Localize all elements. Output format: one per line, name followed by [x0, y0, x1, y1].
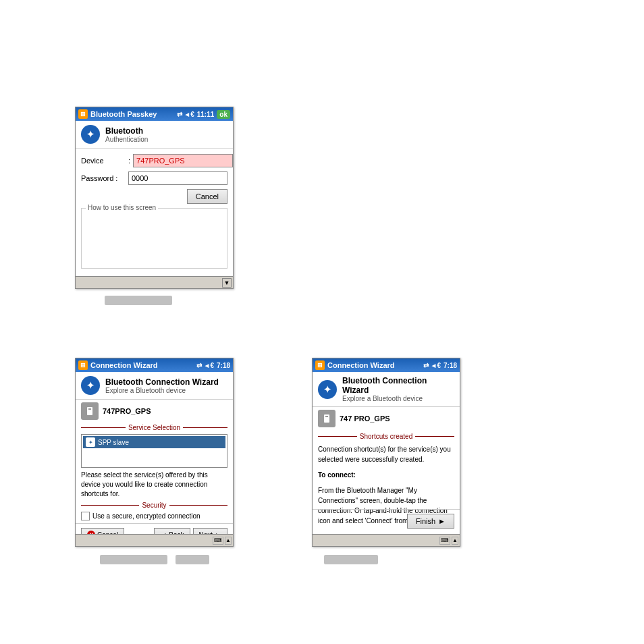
wizard1-device-name: 747PRO_GPS — [103, 407, 151, 415]
wizard1-header: ✦ Bluetooth Connection Wizard Explore a … — [76, 372, 233, 400]
device-colon: : — [128, 157, 130, 165]
wizard2-header-title: Bluetooth Connection Wizard — [342, 376, 454, 395]
bluetooth-icon-3: ✦ — [318, 380, 337, 399]
passkey-header-subtitle: Authentication — [105, 136, 148, 143]
svg-rect-3 — [325, 416, 328, 417]
wizard2-bottom-bar: ⌨ ▲ — [313, 534, 460, 546]
finish-icon: ► — [438, 517, 446, 525]
wizard1-title: Connection Wizard — [90, 361, 158, 369]
time-display: 11:11 — [197, 111, 215, 118]
taskbar-2a — [100, 555, 167, 564]
taskbar-1 — [105, 296, 172, 305]
device-row: Device : — [81, 154, 227, 167]
cancel-button[interactable]: Cancel — [187, 189, 227, 204]
keyboard-icon-2[interactable]: ⌨ — [439, 537, 450, 545]
service-selection-section: Service Selection ✦ SPP slave — [81, 424, 227, 468]
security-checkbox-row: Use a secure, encrypted connection — [81, 512, 227, 520]
how-to-section: How to use this screen — [81, 208, 227, 269]
wizard1-time: 7:18 — [217, 362, 230, 369]
how-to-label: How to use this screen — [86, 204, 158, 211]
signal-icons: ⇄ ◄€ — [177, 111, 194, 118]
scroll-arrow[interactable]: ▼ — [222, 278, 232, 288]
device-icon-1 — [81, 402, 99, 420]
scroll-up-1[interactable]: ▲ — [225, 537, 232, 545]
password-label: Password : — [81, 174, 128, 182]
wizard2-title-bar: ⊞ Connection Wizard ⇄ ◄€ 7:18 — [313, 358, 460, 372]
windows-icon-2: ⊞ — [78, 360, 88, 370]
security-section: Security Use a secure, encrypted connect… — [81, 502, 227, 520]
taskbar-2b — [176, 555, 209, 564]
service-item-label: SPP slave — [98, 439, 129, 446]
passkey-header-text: Bluetooth Authentication — [105, 126, 148, 143]
passkey-title: Bluetooth Passkey — [90, 110, 157, 118]
wizard1-signal: ⇄ ◄€ — [196, 362, 214, 369]
svg-rect-1 — [88, 408, 91, 410]
passkey-header-title: Bluetooth — [105, 126, 148, 136]
passkey-bottom-bar: ▼ — [76, 276, 233, 288]
service-item-spp[interactable]: ✦ SPP slave — [83, 436, 225, 448]
bluetooth-passkey-window: ⊞ Bluetooth Passkey ⇄ ◄€ 11:11 ok ✦ Blue… — [75, 107, 234, 289]
wizard1-header-subtitle: Explore a Bluetooth device — [105, 387, 219, 394]
wizard1-status: ⇄ ◄€ 7:18 — [196, 362, 230, 369]
taskbar-3 — [324, 555, 378, 564]
ok-badge[interactable]: ok — [217, 110, 230, 119]
keyboard-icon-1[interactable]: ⌨ — [213, 537, 223, 545]
wizard2-device-row: 747 PRO_GPS — [313, 407, 460, 430]
password-input[interactable] — [128, 171, 227, 185]
wizard2-status: ⇄ ◄€ 7:18 — [423, 362, 457, 369]
wizard2-signal: ⇄ ◄€ — [423, 362, 441, 369]
security-checkbox[interactable] — [81, 512, 90, 520]
service-list[interactable]: ✦ SPP slave — [81, 434, 227, 468]
passkey-header: ✦ Bluetooth Authentication — [76, 121, 233, 149]
wizard1-title-bar: ⊞ Connection Wizard ⇄ ◄€ 7:18 — [76, 358, 233, 372]
wizard1-header-text: Bluetooth Connection Wizard Explore a Bl… — [105, 377, 219, 394]
wizard1-header-title: Bluetooth Connection Wizard — [105, 377, 219, 387]
bluetooth-icon: ✦ — [81, 125, 100, 144]
service-description: Please select the service(s) offered by … — [81, 471, 227, 499]
wizard2-time: 7:18 — [444, 362, 457, 369]
wizard2-header: ✦ Bluetooth Connection Wizard Explore a … — [313, 372, 460, 407]
service-selection-title: Service Selection — [81, 424, 227, 431]
device-icon-2 — [318, 410, 336, 427]
wizard1-bottom-bar: ⌨ ▲ — [76, 534, 233, 546]
finish-btn-row: Finish ► — [313, 509, 460, 533]
service-item-icon: ✦ — [86, 437, 95, 447]
wizard2-title: Connection Wizard — [327, 361, 395, 369]
shortcuts-text-1: Connection shortcut(s) for the service(s… — [318, 444, 454, 464]
wizard2-header-text: Bluetooth Connection Wizard Explore a Bl… — [342, 376, 454, 402]
windows-icon: ⊞ — [78, 109, 88, 119]
device-label: Device — [81, 157, 128, 165]
bluetooth-icon-2: ✦ — [81, 376, 100, 395]
svg-rect-2 — [324, 414, 329, 423]
scroll-up-2[interactable]: ▲ — [452, 537, 458, 545]
wizard2-header-subtitle: Explore a Bluetooth device — [342, 395, 454, 402]
shortcuts-text-2: To connect: — [318, 470, 454, 480]
security-checkbox-label: Use a secure, encrypted connection — [92, 512, 200, 520]
device-input[interactable] — [133, 154, 233, 167]
wizard2-device-name: 747 PRO_GPS — [340, 414, 390, 423]
shortcuts-title: Shortcuts created — [318, 433, 454, 440]
wizard1-device-row: 747PRO_GPS — [76, 400, 233, 423]
security-title: Security — [81, 502, 227, 509]
password-row: Password : — [81, 171, 227, 185]
windows-icon-3: ⊞ — [315, 360, 325, 370]
connection-wizard-1-window: ⊞ Connection Wizard ⇄ ◄€ 7:18 ✦ Bluetoot… — [75, 358, 234, 547]
passkey-status: ⇄ ◄€ 11:11 ok — [177, 110, 231, 119]
finish-button[interactable]: Finish ► — [407, 514, 454, 529]
svg-rect-0 — [87, 407, 92, 415]
passkey-title-bar: ⊞ Bluetooth Passkey ⇄ ◄€ 11:11 ok — [76, 107, 233, 121]
passkey-content: Device : Password : Cancel How to use th… — [76, 149, 233, 274]
finish-btn-label: Finish — [416, 517, 435, 525]
connection-wizard-2-window: ⊞ Connection Wizard ⇄ ◄€ 7:18 ✦ Bluetoot… — [312, 358, 460, 547]
